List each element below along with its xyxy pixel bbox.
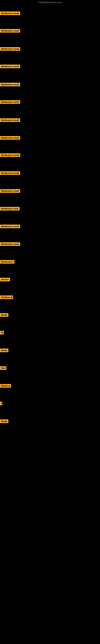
bottleneck-badge[interactable]: Bo [0,331,4,334]
bottleneck-badge[interactable]: Bottle [0,313,8,317]
result-item-4: Bottleneck result [0,64,20,69]
result-item-23: B [0,402,2,406]
bottleneck-badge[interactable]: Bottleneck r [0,260,14,264]
bottleneck-badge[interactable]: B [0,402,2,405]
bottleneck-badge[interactable]: Bott [0,366,6,370]
bottleneck-badge[interactable]: Bottlen [0,278,10,281]
result-item-12: Bottleneck resul [0,207,20,211]
result-item-16: Bottlen [0,278,10,282]
result-item-21: Bott [0,366,6,371]
result-item-14: Bottleneck result [0,242,20,247]
bottleneck-badge[interactable]: Bottleneck resul [0,207,20,210]
bottleneck-badge[interactable]: Bottleneck result [0,118,20,122]
bottleneck-badge[interactable]: Bottleneck result [0,100,20,104]
result-item-6: Bottleneck result [0,100,20,105]
bottleneck-badge[interactable]: Bottleneck result [0,242,20,246]
result-item-20: Bottle [0,348,8,353]
result-item-10: Bottleneck result [0,171,20,176]
result-item-9: Bottleneck result [0,153,20,158]
result-item-18: Bottle [0,313,8,318]
bottleneck-badge[interactable]: Bottleneck result [0,47,20,51]
result-item-1: Bottleneck result [0,12,20,16]
result-item-11: Bottleneck result [0,189,20,194]
bottleneck-badge[interactable]: Bottle [0,420,8,423]
bottleneck-badge[interactable]: Bottleneck result [0,189,20,193]
bottleneck-badge[interactable]: Bottleneck result [0,171,20,175]
result-item-22: Bottlene [0,384,11,388]
bottleneck-badge[interactable]: Bottleneck result [0,224,20,228]
bottleneck-badge[interactable]: Bottleneck [0,296,13,299]
result-item-2: Bottleneck result [0,29,20,34]
site-title: TheBottlenecker.com [0,0,100,5]
bottleneck-badge[interactable]: Bottle [0,348,8,352]
result-item-19: Bo [0,331,4,335]
bottleneck-badge[interactable]: Bottleneck result [0,83,20,86]
bottleneck-badge[interactable]: Bottleneck result [0,12,20,15]
result-item-7: Bottleneck result [0,118,20,123]
result-item-8: Bottleneck result [0,136,20,140]
bottleneck-badge[interactable]: Bottleneck result [0,29,20,32]
bottleneck-badge[interactable]: Bottlene [0,384,11,388]
result-item-24: Bottle [0,420,8,424]
result-item-5: Bottleneck result [0,83,20,87]
bottleneck-badge[interactable]: Bottleneck result [0,153,20,157]
bottleneck-badge[interactable]: Bottleneck result [0,136,20,140]
bottleneck-badge[interactable]: Bottleneck result [0,64,20,68]
result-item-15: Bottleneck r [0,260,14,264]
result-item-3: Bottleneck result [0,47,20,52]
result-item-13: Bottleneck result [0,224,20,229]
result-item-17: Bottleneck [0,296,13,300]
